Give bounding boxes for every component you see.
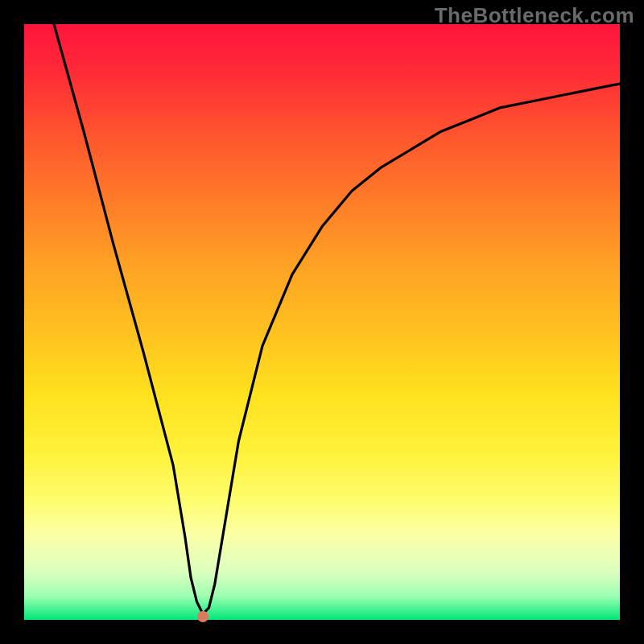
curve-svg [24,24,620,620]
watermark-text: TheBottleneck.com [435,3,634,28]
bottleneck-curve [54,24,620,614]
optimum-marker [197,611,208,622]
chart-frame: TheBottleneck.com [0,0,644,644]
plot-area [24,24,620,620]
